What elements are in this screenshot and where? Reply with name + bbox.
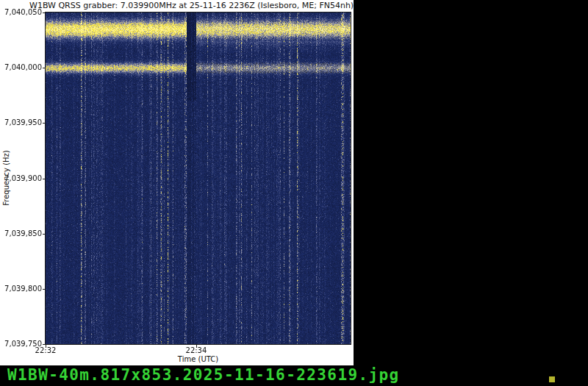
- plot-title: W1BW QRSS grabber: 7.039900MHz at 25-11-…: [29, 1, 353, 10]
- qrss-grabber-figure: W1BW QRSS grabber: 7.039900MHz at 25-11-…: [0, 0, 354, 365]
- footer-bar: W1BW-40m.817x853.2025-11-16-223619.jpg: [0, 365, 588, 386]
- y-tick-mark: [43, 179, 46, 179]
- y-tick-mark: [43, 289, 46, 290]
- y-tick-mark: [43, 12, 46, 13]
- cursor-block: [549, 376, 555, 382]
- spectrogram: [46, 12, 351, 344]
- y-tick-label: 7,039,900: [0, 175, 42, 182]
- y-tick-label: 7,039,950: [0, 119, 42, 126]
- screen: W1BW QRSS grabber: 7.039900MHz at 25-11-…: [0, 0, 588, 386]
- plot-frame: [45, 12, 351, 345]
- x-axis-label: Time (UTC): [46, 355, 351, 363]
- y-tick-label: 7,039,800: [0, 285, 42, 293]
- filename-text: W1BW-40m.817x853.2025-11-16-223619.jpg: [7, 366, 400, 384]
- x-tick-label: 22:34: [179, 347, 214, 354]
- x-tick-label: 22:32: [28, 347, 63, 354]
- y-tick-label: 7,040,050: [0, 9, 42, 16]
- y-tick-label: 7,040,000: [0, 64, 42, 71]
- y-tick-mark: [43, 234, 46, 235]
- y-tick-mark: [43, 68, 46, 68]
- y-tick-mark: [43, 123, 46, 124]
- y-tick-label: 7,039,850: [0, 230, 42, 237]
